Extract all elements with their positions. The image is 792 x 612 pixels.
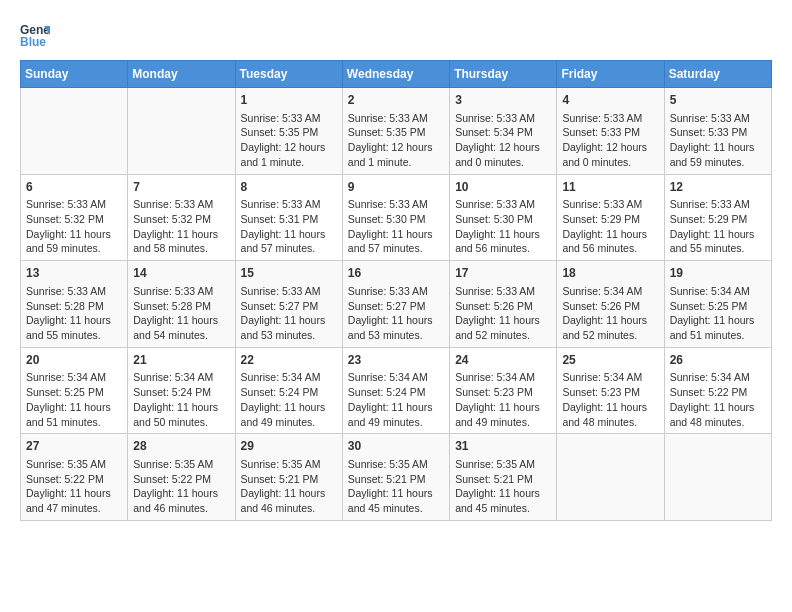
calendar-cell: 18Sunrise: 5:34 AM Sunset: 5:26 PM Dayli… xyxy=(557,261,664,348)
calendar-cell: 16Sunrise: 5:33 AM Sunset: 5:27 PM Dayli… xyxy=(342,261,449,348)
calendar-cell: 31Sunrise: 5:35 AM Sunset: 5:21 PM Dayli… xyxy=(450,434,557,521)
calendar-cell: 24Sunrise: 5:34 AM Sunset: 5:23 PM Dayli… xyxy=(450,347,557,434)
calendar-week-2: 6Sunrise: 5:33 AM Sunset: 5:32 PM Daylig… xyxy=(21,174,772,261)
calendar-cell: 22Sunrise: 5:34 AM Sunset: 5:24 PM Dayli… xyxy=(235,347,342,434)
day-info: Sunrise: 5:33 AM Sunset: 5:30 PM Dayligh… xyxy=(348,197,444,256)
day-number: 18 xyxy=(562,265,658,282)
calendar-cell xyxy=(128,88,235,175)
day-number: 10 xyxy=(455,179,551,196)
day-info: Sunrise: 5:33 AM Sunset: 5:29 PM Dayligh… xyxy=(562,197,658,256)
day-number: 6 xyxy=(26,179,122,196)
day-info: Sunrise: 5:33 AM Sunset: 5:35 PM Dayligh… xyxy=(348,111,444,170)
calendar-cell: 9Sunrise: 5:33 AM Sunset: 5:30 PM Daylig… xyxy=(342,174,449,261)
weekday-wednesday: Wednesday xyxy=(342,61,449,88)
day-number: 15 xyxy=(241,265,337,282)
day-info: Sunrise: 5:34 AM Sunset: 5:22 PM Dayligh… xyxy=(670,370,766,429)
day-number: 2 xyxy=(348,92,444,109)
logo-icon: General Blue xyxy=(20,20,50,50)
svg-text:Blue: Blue xyxy=(20,35,46,49)
day-info: Sunrise: 5:35 AM Sunset: 5:21 PM Dayligh… xyxy=(455,457,551,516)
day-info: Sunrise: 5:33 AM Sunset: 5:26 PM Dayligh… xyxy=(455,284,551,343)
day-number: 30 xyxy=(348,438,444,455)
day-number: 24 xyxy=(455,352,551,369)
day-info: Sunrise: 5:33 AM Sunset: 5:28 PM Dayligh… xyxy=(133,284,229,343)
calendar-cell xyxy=(664,434,771,521)
weekday-friday: Friday xyxy=(557,61,664,88)
day-number: 11 xyxy=(562,179,658,196)
calendar-cell: 15Sunrise: 5:33 AM Sunset: 5:27 PM Dayli… xyxy=(235,261,342,348)
calendar-cell: 19Sunrise: 5:34 AM Sunset: 5:25 PM Dayli… xyxy=(664,261,771,348)
day-info: Sunrise: 5:33 AM Sunset: 5:31 PM Dayligh… xyxy=(241,197,337,256)
day-info: Sunrise: 5:33 AM Sunset: 5:29 PM Dayligh… xyxy=(670,197,766,256)
day-info: Sunrise: 5:35 AM Sunset: 5:22 PM Dayligh… xyxy=(133,457,229,516)
calendar-cell: 23Sunrise: 5:34 AM Sunset: 5:24 PM Dayli… xyxy=(342,347,449,434)
calendar-cell: 2Sunrise: 5:33 AM Sunset: 5:35 PM Daylig… xyxy=(342,88,449,175)
day-number: 29 xyxy=(241,438,337,455)
calendar-cell: 26Sunrise: 5:34 AM Sunset: 5:22 PM Dayli… xyxy=(664,347,771,434)
calendar-cell: 13Sunrise: 5:33 AM Sunset: 5:28 PM Dayli… xyxy=(21,261,128,348)
calendar-cell: 29Sunrise: 5:35 AM Sunset: 5:21 PM Dayli… xyxy=(235,434,342,521)
day-number: 31 xyxy=(455,438,551,455)
day-info: Sunrise: 5:34 AM Sunset: 5:23 PM Dayligh… xyxy=(562,370,658,429)
day-info: Sunrise: 5:33 AM Sunset: 5:33 PM Dayligh… xyxy=(562,111,658,170)
day-info: Sunrise: 5:34 AM Sunset: 5:26 PM Dayligh… xyxy=(562,284,658,343)
calendar-cell: 12Sunrise: 5:33 AM Sunset: 5:29 PM Dayli… xyxy=(664,174,771,261)
day-info: Sunrise: 5:35 AM Sunset: 5:22 PM Dayligh… xyxy=(26,457,122,516)
page-header: General Blue xyxy=(20,20,772,50)
day-number: 5 xyxy=(670,92,766,109)
weekday-tuesday: Tuesday xyxy=(235,61,342,88)
calendar-cell: 7Sunrise: 5:33 AM Sunset: 5:32 PM Daylig… xyxy=(128,174,235,261)
day-number: 25 xyxy=(562,352,658,369)
calendar-cell xyxy=(557,434,664,521)
calendar-week-4: 20Sunrise: 5:34 AM Sunset: 5:25 PM Dayli… xyxy=(21,347,772,434)
day-info: Sunrise: 5:33 AM Sunset: 5:34 PM Dayligh… xyxy=(455,111,551,170)
day-number: 27 xyxy=(26,438,122,455)
day-number: 1 xyxy=(241,92,337,109)
day-info: Sunrise: 5:34 AM Sunset: 5:24 PM Dayligh… xyxy=(348,370,444,429)
day-info: Sunrise: 5:34 AM Sunset: 5:25 PM Dayligh… xyxy=(670,284,766,343)
calendar-cell: 25Sunrise: 5:34 AM Sunset: 5:23 PM Dayli… xyxy=(557,347,664,434)
day-number: 28 xyxy=(133,438,229,455)
day-number: 13 xyxy=(26,265,122,282)
day-number: 9 xyxy=(348,179,444,196)
day-info: Sunrise: 5:33 AM Sunset: 5:32 PM Dayligh… xyxy=(133,197,229,256)
day-number: 20 xyxy=(26,352,122,369)
day-number: 8 xyxy=(241,179,337,196)
day-info: Sunrise: 5:33 AM Sunset: 5:30 PM Dayligh… xyxy=(455,197,551,256)
calendar-cell: 27Sunrise: 5:35 AM Sunset: 5:22 PM Dayli… xyxy=(21,434,128,521)
day-number: 19 xyxy=(670,265,766,282)
calendar-cell: 8Sunrise: 5:33 AM Sunset: 5:31 PM Daylig… xyxy=(235,174,342,261)
day-number: 22 xyxy=(241,352,337,369)
day-info: Sunrise: 5:34 AM Sunset: 5:24 PM Dayligh… xyxy=(241,370,337,429)
calendar-week-3: 13Sunrise: 5:33 AM Sunset: 5:28 PM Dayli… xyxy=(21,261,772,348)
day-number: 17 xyxy=(455,265,551,282)
weekday-thursday: Thursday xyxy=(450,61,557,88)
day-info: Sunrise: 5:33 AM Sunset: 5:27 PM Dayligh… xyxy=(241,284,337,343)
calendar-cell: 5Sunrise: 5:33 AM Sunset: 5:33 PM Daylig… xyxy=(664,88,771,175)
day-info: Sunrise: 5:35 AM Sunset: 5:21 PM Dayligh… xyxy=(348,457,444,516)
calendar-week-1: 1Sunrise: 5:33 AM Sunset: 5:35 PM Daylig… xyxy=(21,88,772,175)
day-number: 23 xyxy=(348,352,444,369)
calendar-week-5: 27Sunrise: 5:35 AM Sunset: 5:22 PM Dayli… xyxy=(21,434,772,521)
logo: General Blue xyxy=(20,20,50,50)
calendar-body: 1Sunrise: 5:33 AM Sunset: 5:35 PM Daylig… xyxy=(21,88,772,521)
calendar-cell: 3Sunrise: 5:33 AM Sunset: 5:34 PM Daylig… xyxy=(450,88,557,175)
calendar-cell xyxy=(21,88,128,175)
day-number: 16 xyxy=(348,265,444,282)
day-number: 3 xyxy=(455,92,551,109)
day-info: Sunrise: 5:35 AM Sunset: 5:21 PM Dayligh… xyxy=(241,457,337,516)
weekday-saturday: Saturday xyxy=(664,61,771,88)
calendar-cell: 10Sunrise: 5:33 AM Sunset: 5:30 PM Dayli… xyxy=(450,174,557,261)
calendar-cell: 11Sunrise: 5:33 AM Sunset: 5:29 PM Dayli… xyxy=(557,174,664,261)
day-info: Sunrise: 5:34 AM Sunset: 5:23 PM Dayligh… xyxy=(455,370,551,429)
calendar-cell: 1Sunrise: 5:33 AM Sunset: 5:35 PM Daylig… xyxy=(235,88,342,175)
weekday-header-row: SundayMondayTuesdayWednesdayThursdayFrid… xyxy=(21,61,772,88)
day-number: 14 xyxy=(133,265,229,282)
day-info: Sunrise: 5:33 AM Sunset: 5:27 PM Dayligh… xyxy=(348,284,444,343)
calendar-cell: 17Sunrise: 5:33 AM Sunset: 5:26 PM Dayli… xyxy=(450,261,557,348)
calendar-cell: 30Sunrise: 5:35 AM Sunset: 5:21 PM Dayli… xyxy=(342,434,449,521)
calendar-cell: 20Sunrise: 5:34 AM Sunset: 5:25 PM Dayli… xyxy=(21,347,128,434)
calendar-cell: 21Sunrise: 5:34 AM Sunset: 5:24 PM Dayli… xyxy=(128,347,235,434)
weekday-monday: Monday xyxy=(128,61,235,88)
day-info: Sunrise: 5:34 AM Sunset: 5:25 PM Dayligh… xyxy=(26,370,122,429)
